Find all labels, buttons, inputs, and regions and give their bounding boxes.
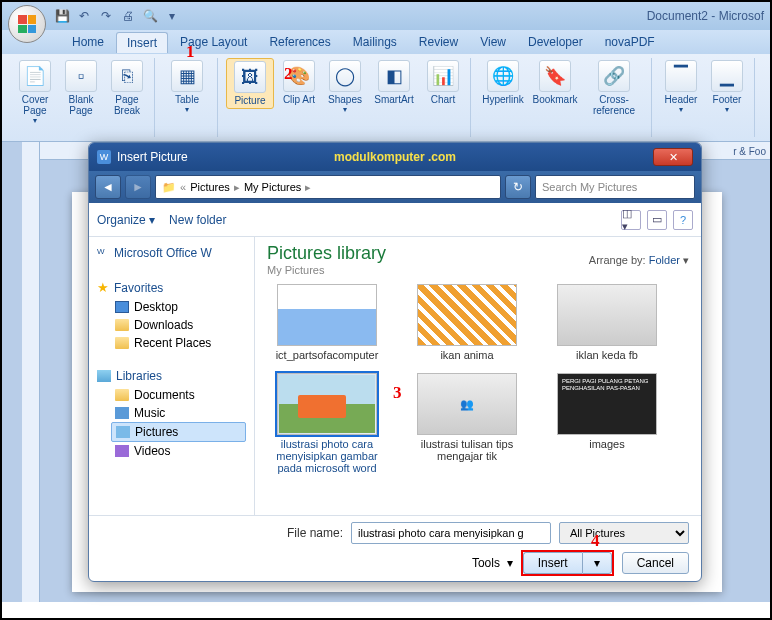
footer-button[interactable]: ▁Footer xyxy=(706,58,748,116)
file-thumb[interactable]: ict_partsofacomputer xyxy=(267,284,387,361)
hyperlink-button[interactable]: 🌐Hyperlink xyxy=(479,58,527,107)
file-filter-select[interactable]: All Pictures xyxy=(559,522,689,544)
cover-page-button[interactable]: 📄Cover Page xyxy=(14,58,56,127)
group-label-headerfooter: r & Foo xyxy=(733,146,766,157)
insert-picture-dialog: W Insert Picture modulkomputer .com ✕ ◄ … xyxy=(88,142,702,582)
crossref-button[interactable]: 🔗Cross-reference xyxy=(583,58,645,118)
office-button[interactable] xyxy=(8,5,46,43)
breadcrumb-item[interactable]: Pictures xyxy=(190,181,230,193)
sidebar-item-videos[interactable]: Videos xyxy=(97,442,246,460)
folder-icon: 📁 xyxy=(162,181,176,194)
bookmark-button[interactable]: 🔖Bookmark xyxy=(531,58,579,107)
forward-button[interactable]: ► xyxy=(125,175,151,199)
chart-button[interactable]: 📊Chart xyxy=(422,58,464,107)
documents-icon xyxy=(115,389,129,401)
qat-more-icon[interactable]: ▾ xyxy=(164,8,180,24)
ribbon-group-illustrations: 🖼Picture 🎨Clip Art ◯Shapes ◧SmartArt 📊Ch… xyxy=(220,58,471,137)
music-icon xyxy=(115,407,129,419)
filename-input[interactable] xyxy=(351,522,551,544)
tab-developer[interactable]: Developer xyxy=(518,32,593,52)
chart-icon: 📊 xyxy=(427,60,459,92)
shapes-button[interactable]: ◯Shapes xyxy=(324,58,366,116)
bookmark-icon: 🔖 xyxy=(539,60,571,92)
breadcrumb[interactable]: 📁 « Pictures ▸ My Pictures ▸ xyxy=(155,175,501,199)
help-button[interactable]: ? xyxy=(673,210,693,230)
table-button[interactable]: ▦Table xyxy=(163,58,211,116)
dialog-titlebar[interactable]: W Insert Picture modulkomputer .com ✕ xyxy=(89,143,701,171)
dialog-main: Pictures library My Pictures Arrange by:… xyxy=(255,237,701,515)
desktop-icon xyxy=(115,301,129,313)
cancel-button[interactable]: Cancel xyxy=(622,552,689,574)
file-thumb[interactable]: 👥ilustrasi tulisan tips mengajar tik xyxy=(407,373,527,474)
sidebar-item-recent[interactable]: Recent Places xyxy=(97,334,246,352)
titlebar: 💾 ↶ ↷ 🖨 🔍 ▾ Document2 - Microsof xyxy=(2,2,770,30)
blank-page-button[interactable]: ▫Blank Page xyxy=(60,58,102,118)
tab-novapdf[interactable]: novaPDF xyxy=(595,32,665,52)
sidebar-item-documents[interactable]: Documents xyxy=(97,386,246,404)
back-button[interactable]: ◄ xyxy=(95,175,121,199)
sidebar-favorites[interactable]: ★Favorites xyxy=(97,277,246,298)
save-icon[interactable]: 💾 xyxy=(54,8,70,24)
insert-button[interactable]: Insert xyxy=(523,552,582,574)
ribbon-group-tables: ▦Table xyxy=(157,58,218,137)
arrange-by[interactable]: Arrange by: Folder ▾ xyxy=(589,254,689,267)
table-icon: ▦ xyxy=(171,60,203,92)
close-button[interactable]: ✕ xyxy=(653,148,693,166)
tab-insert[interactable]: Insert xyxy=(116,32,168,53)
sidebar-ms-office[interactable]: WMicrosoft Office W xyxy=(97,243,246,263)
ribbon: 📄Cover Page ▫Blank Page ⎘Page Break ▦Tab… xyxy=(2,54,770,142)
sidebar-item-desktop[interactable]: Desktop xyxy=(97,298,246,316)
view-mode-button[interactable]: ◫ ▾ xyxy=(621,210,641,230)
tools-button[interactable]: Tools ▾ xyxy=(472,556,513,570)
clipart-button[interactable]: 🎨Clip Art xyxy=(278,58,320,107)
page-break-button[interactable]: ⎘Page Break xyxy=(106,58,148,118)
crossref-icon: 🔗 xyxy=(598,60,630,92)
tab-page-layout[interactable]: Page Layout xyxy=(170,32,257,52)
tab-home[interactable]: Home xyxy=(62,32,114,52)
footer-icon: ▁ xyxy=(711,60,743,92)
picture-button[interactable]: 🖼Picture xyxy=(226,58,274,109)
preview-pane-button[interactable]: ▭ xyxy=(647,210,667,230)
file-thumb[interactable]: PERGI PAGI PULANG PETANG PENGHASILAN PAS… xyxy=(547,373,667,474)
tab-mailings[interactable]: Mailings xyxy=(343,32,407,52)
insert-split-button[interactable]: ▾ xyxy=(582,552,612,574)
search-input[interactable]: Search My Pictures xyxy=(535,175,695,199)
thumbnail-grid: ict_partsofacomputer ikan anima iklan ke… xyxy=(267,284,689,474)
star-icon: ★ xyxy=(97,280,109,295)
smartart-icon: ◧ xyxy=(378,60,410,92)
clipart-icon: 🎨 xyxy=(283,60,315,92)
sidebar-item-downloads[interactable]: Downloads xyxy=(97,316,246,334)
preview-icon[interactable]: 🔍 xyxy=(142,8,158,24)
sidebar-item-pictures[interactable]: Pictures xyxy=(111,422,246,442)
downloads-icon xyxy=(115,319,129,331)
hyperlink-icon: 🌐 xyxy=(487,60,519,92)
ribbon-group-links: 🌐Hyperlink 🔖Bookmark 🔗Cross-reference xyxy=(473,58,652,137)
breadcrumb-item[interactable]: My Pictures xyxy=(244,181,301,193)
tab-review[interactable]: Review xyxy=(409,32,468,52)
vertical-ruler xyxy=(22,142,40,602)
organize-button[interactable]: Organize ▾ xyxy=(97,213,155,227)
filename-label: File name: xyxy=(287,526,343,540)
word-icon: W xyxy=(97,150,111,164)
libraries-icon xyxy=(97,370,111,382)
header-icon: ▔ xyxy=(665,60,697,92)
file-thumb[interactable]: iklan keda fb xyxy=(547,284,667,361)
refresh-button[interactable]: ↻ xyxy=(505,175,531,199)
tab-references[interactable]: References xyxy=(259,32,340,52)
tab-view[interactable]: View xyxy=(470,32,516,52)
file-thumb[interactable]: ikan anima xyxy=(407,284,527,361)
videos-icon xyxy=(115,445,129,457)
redo-icon[interactable]: ↷ xyxy=(98,8,114,24)
dialog-nav: ◄ ► 📁 « Pictures ▸ My Pictures ▸ ↻ Searc… xyxy=(89,171,701,203)
smartart-button[interactable]: ◧SmartArt xyxy=(370,58,418,107)
dialog-toolbar: Organize ▾ New folder ◫ ▾ ▭ ? xyxy=(89,203,701,237)
header-button[interactable]: ▔Header xyxy=(660,58,702,116)
sidebar-item-music[interactable]: Music xyxy=(97,404,246,422)
shapes-icon: ◯ xyxy=(329,60,361,92)
undo-icon[interactable]: ↶ xyxy=(76,8,92,24)
file-thumb-selected[interactable]: ilustrasi photo cara menyisipkan gambar … xyxy=(267,373,387,474)
sidebar-libraries[interactable]: Libraries xyxy=(97,366,246,386)
print-icon[interactable]: 🖨 xyxy=(120,8,136,24)
ribbon-group-pages: 📄Cover Page ▫Blank Page ⎘Page Break xyxy=(8,58,155,137)
new-folder-button[interactable]: New folder xyxy=(169,213,226,227)
